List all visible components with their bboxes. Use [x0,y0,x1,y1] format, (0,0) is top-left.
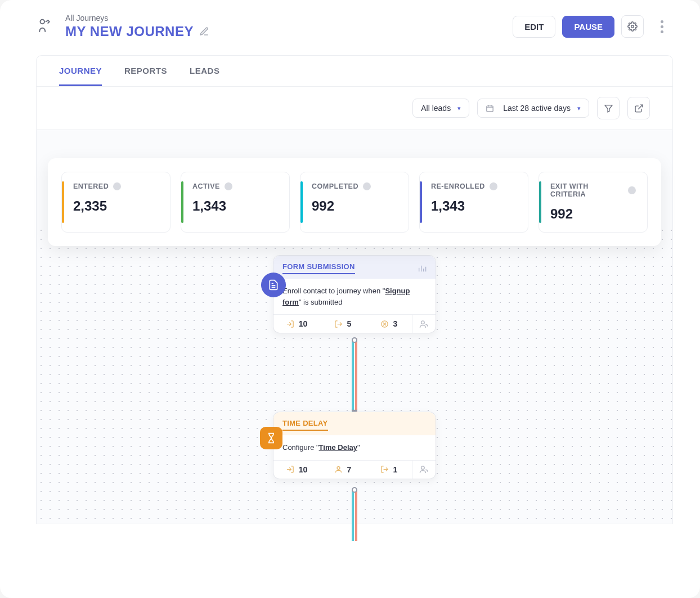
user-icon [334,465,343,474]
node-users-button[interactable] [412,315,436,333]
error-icon [380,320,389,328]
calendar-icon [486,104,494,113]
date-filter-label: Last 28 active days [503,104,571,113]
stat-label: EXIT WITH CRITERIA [550,182,623,198]
form-icon [261,273,286,297]
hourglass-icon [260,427,282,449]
date-filter-dropdown[interactable]: Last 28 active days ▾ [477,99,589,118]
svg-point-1 [631,25,634,28]
help-icon[interactable] [490,182,497,190]
filter-button[interactable] [597,97,620,119]
help-icon[interactable] [628,186,636,194]
stat-value: 992 [312,198,397,214]
svg-point-4 [421,320,425,324]
settings-button[interactable] [621,15,644,38]
journey-icon [36,17,54,35]
stat-label: RE-ENROLLED [431,182,485,190]
node-stat-error: 3 [366,315,412,333]
stat-card-re-enrolled[interactable]: RE-ENROLLED 1,343 [419,172,528,233]
stat-card-completed[interactable]: COMPLETED 992 [300,172,409,233]
gear-icon [627,21,638,32]
flow-node-form-submission[interactable]: FORM SUBMISSION Enroll contact to journe… [273,255,436,333]
bar-chart-icon[interactable] [418,264,427,273]
node-stat-waiting: 7 [320,461,366,479]
node-users-button[interactable] [412,461,436,479]
exit-icon [380,465,389,474]
stat-label: COMPLETED [312,182,358,190]
leads-filter-label: All leads [421,104,451,113]
node-stat-out: 5 [320,315,366,333]
stat-value: 1,343 [431,198,517,214]
tab-journey[interactable]: JOURNEY [59,66,102,86]
edit-button[interactable]: EDIT [513,16,555,38]
stat-value: 1,343 [192,198,278,214]
delay-link[interactable]: Time Delay [319,443,357,452]
stat-value: 2,335 [73,198,159,214]
more-menu-button[interactable] [650,15,673,38]
tab-leads[interactable]: LEADS [190,66,219,86]
stat-label: ACTIVE [192,182,220,190]
breadcrumb-all-journeys[interactable]: All Journeys [65,14,209,23]
stats-bar: ENTERED 2,335 ACTIVE 1,343 COMPLETED 992… [48,158,661,246]
external-link-icon [634,104,644,113]
stat-card-entered[interactable]: ENTERED 2,335 [61,172,170,233]
chevron-down-icon: ▾ [577,105,581,112]
open-external-button[interactable] [627,97,650,119]
node-title: TIME DELAY [282,419,328,431]
help-icon[interactable] [363,182,371,190]
svg-point-0 [41,20,45,24]
svg-point-5 [337,467,340,470]
enter-icon [286,465,294,474]
enter-icon [286,320,294,328]
leads-filter-dropdown[interactable]: All leads ▾ [412,99,469,118]
edit-title-icon[interactable] [199,26,209,37]
chevron-down-icon: ▾ [457,105,461,112]
stat-card-active[interactable]: ACTIVE 1,343 [181,172,290,233]
node-title: FORM SUBMISSION [282,262,355,274]
stat-card-exit-criteria[interactable]: EXIT WITH CRITERIA 992 [539,172,648,233]
tab-reports[interactable]: REPORTS [124,66,167,86]
node-description: Configure "Time Delay" [273,435,436,460]
exit-icon [334,320,343,328]
svg-point-6 [421,466,425,470]
flow-node-time-delay[interactable]: TIME DELAY Configure "Time Delay" 10 7 1 [273,412,436,479]
node-stat-in: 10 [273,461,320,479]
stat-value: 992 [550,206,636,222]
help-icon[interactable] [225,182,232,190]
node-stat-in: 10 [273,315,320,333]
node-description: Enroll contact to journey when "Signup f… [273,279,436,314]
help-icon[interactable] [113,182,121,190]
funnel-icon [604,104,613,113]
pause-button[interactable]: PAUSE [562,16,614,38]
page-title: MY NEW JOURNEY [65,24,194,39]
svg-rect-2 [487,106,493,111]
node-stat-out: 1 [366,461,412,479]
stat-label: ENTERED [73,182,109,190]
